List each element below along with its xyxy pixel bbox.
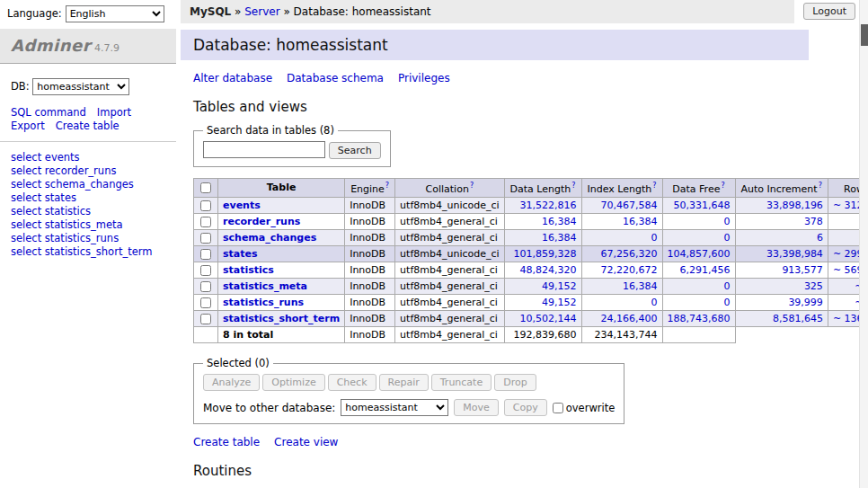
logout-button[interactable]: Logout	[803, 3, 855, 20]
index-length-link-statistics[interactable]: 72,220,672	[601, 264, 658, 276]
sidebar-link-import[interactable]: Import	[97, 106, 131, 119]
data-length-cell: 49,152	[504, 279, 581, 295]
auto-increment-link-states[interactable]: 33,398,984	[766, 248, 823, 260]
link-database-schema[interactable]: Database schema	[287, 72, 384, 84]
optimize-button[interactable]: Optimize	[262, 374, 324, 391]
sidebar-select-events[interactable]: select events	[11, 151, 80, 164]
sidebar-select-statistics-meta[interactable]: select statistics_meta	[11, 218, 123, 231]
help-link-collation[interactable]: ?	[470, 182, 474, 190]
scrollbar-thumb[interactable]	[861, 24, 868, 46]
table-link-statistics[interactable]: statistics	[223, 264, 274, 276]
sidebar-select-statistics[interactable]: select statistics	[11, 205, 91, 217]
data-free-link-recorder-runs[interactable]: 0	[724, 216, 731, 227]
sidebar-select-statistics-short-term[interactable]: select statistics_short_term	[11, 245, 152, 258]
row-checkbox-statistics-short-term[interactable]	[200, 314, 211, 324]
index-length-link-recorder-runs[interactable]: 16,384	[623, 216, 658, 227]
sidebar-select-recorder-runs[interactable]: select recorder_runs	[11, 164, 116, 177]
sidebar-select-states[interactable]: select states	[11, 191, 76, 204]
vertical-scrollbar[interactable]	[859, 0, 868, 488]
table-link-states[interactable]: states	[223, 248, 258, 260]
row-checkbox-statistics-runs[interactable]	[200, 297, 211, 308]
index-length-cell: 70,467,584	[581, 198, 662, 214]
sidebar-link-export[interactable]: Export	[11, 120, 45, 132]
data-length-link-statistics-short-term[interactable]: 10,502,144	[520, 313, 577, 324]
table-link-statistics-short-term[interactable]: statistics_short_term	[223, 313, 340, 324]
auto-increment-link-statistics[interactable]: 913,577	[782, 264, 823, 276]
auto-increment-link-statistics-runs[interactable]: 39,999	[788, 297, 823, 308]
table-link-events[interactable]: events	[223, 200, 261, 211]
data-length-link-statistics-runs[interactable]: 49,152	[542, 297, 577, 308]
data-length-link-recorder-runs[interactable]: 16,384	[542, 216, 577, 227]
breadcrumb-link-mysql[interactable]: MySQL	[190, 5, 231, 18]
analyze-button[interactable]: Analyze	[203, 374, 260, 391]
engine-cell: InnoDB	[345, 295, 395, 311]
index-length-link-schema-changes[interactable]: 0	[651, 232, 658, 244]
auto-increment-link-statistics-short-term[interactable]: 8,581,645	[773, 313, 823, 324]
row-checkbox-statistics-meta[interactable]	[200, 281, 211, 292]
engine-cell: InnoDB	[345, 262, 395, 279]
data-free-link-statistics-runs[interactable]: 0	[724, 297, 731, 308]
index-length-link-statistics-runs[interactable]: 0	[651, 297, 658, 308]
table-link-schema-changes[interactable]: schema_changes	[223, 232, 316, 244]
check-button[interactable]: Check	[328, 374, 376, 391]
move-button[interactable]: Move	[454, 399, 499, 416]
index-length-link-states[interactable]: 67,256,320	[601, 248, 658, 260]
link-create-view[interactable]: Create view	[274, 436, 338, 448]
row-checkbox-recorder-runs[interactable]	[200, 217, 211, 227]
link-privileges[interactable]: Privileges	[398, 72, 450, 84]
data-free-link-events[interactable]: 50,331,648	[674, 200, 731, 211]
help-link-data-length[interactable]: ?	[571, 182, 575, 190]
breadcrumb-link-server[interactable]: Server	[244, 5, 279, 18]
content: Alter databaseDatabase schemaPrivileges …	[176, 72, 859, 488]
help-link-engine[interactable]: ?	[385, 182, 389, 190]
search-input[interactable]	[203, 141, 325, 158]
sidebar-link-create-table[interactable]: Create table	[56, 120, 120, 132]
help-link-auto-increment[interactable]: ?	[819, 182, 822, 190]
data-length-link-statistics-meta[interactable]: 49,152	[542, 280, 577, 292]
sidebar-select-schema-changes[interactable]: select schema_changes	[11, 178, 134, 191]
table-link-statistics-runs[interactable]: statistics_runs	[223, 297, 304, 308]
auto-increment-link-events[interactable]: 33,898,196	[766, 200, 823, 211]
sidebar-link-sql-command[interactable]: SQL command	[11, 106, 86, 119]
overwrite-label: overwrite	[566, 402, 616, 414]
link-alter-database[interactable]: Alter database	[193, 72, 272, 84]
data-length-link-states[interactable]: 101,859,328	[514, 248, 577, 260]
copy-button[interactable]: Copy	[504, 399, 547, 416]
index-length-cell: 0	[581, 230, 662, 246]
link-create-table[interactable]: Create table	[193, 436, 260, 448]
move-db-select[interactable]: homeassistant	[341, 399, 448, 416]
overwrite-checkbox[interactable]	[553, 403, 563, 413]
sidebar-select-statistics-runs[interactable]: select statistics_runs	[11, 232, 119, 244]
row-checkbox-events[interactable]	[200, 200, 211, 211]
db-select[interactable]: homeassistant	[32, 78, 129, 95]
table-link-recorder-runs[interactable]: recorder_runs	[223, 216, 300, 227]
index-length-link-statistics-short-term[interactable]: 24,166,400	[601, 313, 658, 324]
help-link-index-length[interactable]: ?	[652, 182, 656, 190]
row-checkbox-statistics[interactable]	[200, 265, 211, 276]
data-free-link-states[interactable]: 104,857,600	[668, 248, 731, 260]
search-button[interactable]: Search	[329, 142, 381, 159]
data-free-link-statistics[interactable]: 6,291,456	[680, 264, 731, 276]
index-length-link-events[interactable]: 70,467,584	[601, 200, 658, 211]
collation-cell: utf8mb4_general_ci	[395, 279, 504, 295]
auto-increment-link-schema-changes[interactable]: 6	[817, 232, 823, 244]
select-all-checkbox[interactable]	[200, 182, 211, 193]
help-link-data-free[interactable]: ?	[721, 182, 724, 190]
drop-button[interactable]: Drop	[494, 374, 536, 391]
truncate-button[interactable]: Truncate	[431, 374, 492, 391]
data-length-link-events[interactable]: 31,522,816	[520, 200, 577, 211]
data-length-link-schema-changes[interactable]: 16,384	[542, 232, 577, 244]
repair-button[interactable]: Repair	[379, 374, 429, 391]
checkbox-cell	[194, 311, 218, 327]
data-free-link-statistics-meta[interactable]: 0	[724, 280, 731, 292]
data-free-link-schema-changes[interactable]: 0	[724, 232, 731, 244]
auto-increment-link-recorder-runs[interactable]: 378	[804, 216, 823, 227]
table-link-statistics-meta[interactable]: statistics_meta	[223, 280, 307, 292]
data-free-link-statistics-short-term[interactable]: 188,743,680	[668, 313, 731, 324]
language-select[interactable]: English	[66, 5, 164, 22]
row-checkbox-states[interactable]	[200, 249, 211, 260]
index-length-link-statistics-meta[interactable]: 16,384	[623, 280, 658, 292]
auto-increment-link-statistics-meta[interactable]: 325	[804, 280, 823, 292]
row-checkbox-schema-changes[interactable]	[200, 233, 211, 244]
data-length-link-statistics[interactable]: 48,824,320	[520, 264, 577, 276]
